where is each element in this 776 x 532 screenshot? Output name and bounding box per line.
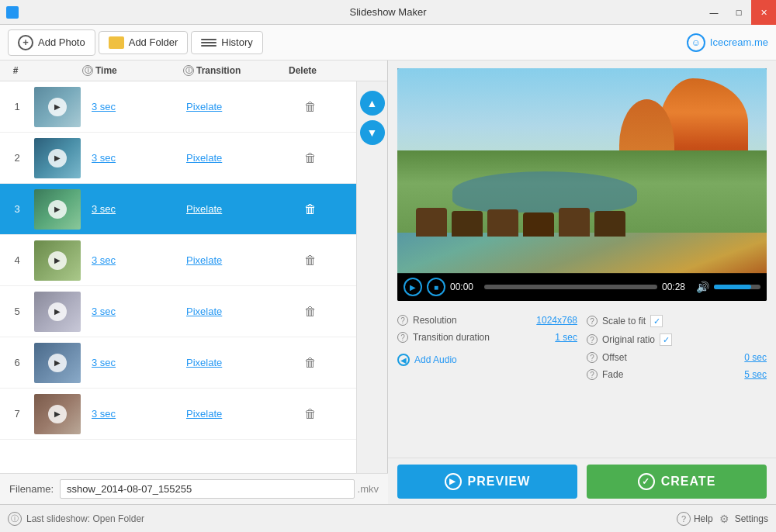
trans-info-icon: ⓘ <box>183 65 194 76</box>
slide-row[interactable]: 3 ▶ 3 sec Pixelate 🗑 <box>0 184 356 235</box>
slide-transition-link[interactable]: Pixelate <box>186 408 222 420</box>
resolution-value[interactable]: 1024x768 <box>536 315 577 326</box>
slide-time-link[interactable]: 3 sec <box>92 357 116 368</box>
slide-delete-button[interactable]: 🗑 <box>287 100 334 114</box>
slide-thumbnail-cell: ▶ <box>31 340 85 386</box>
maximize-button[interactable]: □ <box>726 0 751 25</box>
history-icon <box>201 36 217 49</box>
slide-delete-button[interactable]: 🗑 <box>287 305 334 319</box>
resolution-help[interactable]: ? <box>397 315 408 326</box>
slide-time-link[interactable]: 3 sec <box>92 152 116 164</box>
water-area <box>452 171 637 212</box>
bottom-bar: ⓘ Last slideshow: Open Folder ? Help ⚙ S… <box>0 504 776 532</box>
last-slideshow-text: Last slideshow: Open Folder <box>26 513 144 524</box>
filename-input[interactable] <box>60 479 354 499</box>
slide-delete-button[interactable]: 🗑 <box>287 356 334 370</box>
slide-row[interactable]: 7 ▶ 3 sec Pixelate 🗑 <box>0 389 356 440</box>
total-time: 00:28 <box>662 282 691 292</box>
slide-transition-link[interactable]: Pixelate <box>186 306 222 317</box>
stop-button[interactable]: ■ <box>427 278 445 296</box>
volume-icon[interactable]: 🔊 <box>696 281 709 293</box>
settings-icon: ⚙ <box>718 512 732 526</box>
slide-time-cell: 3 sec <box>85 306 186 317</box>
offset-value[interactable]: 0 sec <box>744 352 767 363</box>
scale-row: ? Scale to fit ✓ <box>587 315 767 327</box>
slide-transition-link[interactable]: Pixelate <box>186 101 222 112</box>
thumb-overlay: ▶ <box>34 189 81 230</box>
history-label: History <box>221 36 252 48</box>
history-button[interactable]: History <box>191 31 262 54</box>
slide-number: 2 <box>0 152 31 164</box>
transition-dur-value[interactable]: 1 sec <box>555 332 577 343</box>
slide-row[interactable]: 2 ▶ 3 sec Pixelate 🗑 <box>0 133 356 184</box>
preview-button[interactable]: ▶ PREVIEW <box>397 465 577 499</box>
slide-time-link[interactable]: 3 sec <box>92 254 116 266</box>
thumb-play-icon: ▶ <box>48 354 67 372</box>
thumb-play-icon: ▶ <box>48 251 67 270</box>
slide-time-link[interactable]: 3 sec <box>92 306 116 317</box>
slide-thumbnail-cell: ▶ <box>31 135 85 181</box>
slide-delete-button[interactable]: 🗑 <box>287 407 334 421</box>
fade-row: ? Fade 5 sec <box>587 369 767 380</box>
slide-number: 5 <box>0 306 31 317</box>
help-button[interactable]: ? Help <box>677 512 713 526</box>
fade-value[interactable]: 5 sec <box>744 369 767 380</box>
offset-row: ? Offset 0 sec <box>587 352 767 363</box>
slide-time-link[interactable]: 3 sec <box>92 101 116 112</box>
add-folder-button[interactable]: Add Folder <box>99 31 189 54</box>
play-button[interactable]: ▶ <box>404 278 422 296</box>
slide-time-cell: 3 sec <box>85 203 186 215</box>
preview-icon: ▶ <box>445 473 462 490</box>
slide-row[interactable]: 5 ▶ 3 sec Pixelate 🗑 <box>0 286 356 337</box>
chair-2 <box>452 211 483 237</box>
progress-bar[interactable] <box>484 285 657 289</box>
slide-list-area: 1 ▶ 3 sec Pixelate 🗑 2 ▶ <box>0 81 387 476</box>
slide-delete-button[interactable]: 🗑 <box>287 202 334 216</box>
add-photo-button[interactable]: + Add Photo <box>8 29 95 56</box>
slide-transition-cell: Pixelate <box>186 408 287 420</box>
slide-row[interactable]: 1 ▶ 3 sec Pixelate 🗑 <box>0 81 356 133</box>
help-icon: ? <box>677 512 691 526</box>
ratio-help[interactable]: ? <box>587 334 598 345</box>
minimize-button[interactable]: — <box>702 0 726 25</box>
ratio-row: ? Original ratio ✓ <box>587 333 767 346</box>
slide-transition-cell: Pixelate <box>186 306 287 317</box>
scale-label: Scale to fit <box>602 316 646 326</box>
slide-transition-link[interactable]: Pixelate <box>186 254 222 266</box>
slide-transition-link[interactable]: Pixelate <box>186 357 222 368</box>
thumb-overlay: ▶ <box>34 394 81 434</box>
slide-transition-link[interactable]: Pixelate <box>186 203 222 215</box>
transition-dur-help[interactable]: ? <box>397 332 408 343</box>
scale-help[interactable]: ? <box>587 316 598 326</box>
move-down-button[interactable]: ▼ <box>360 120 385 145</box>
window-title: Slideshow Maker <box>350 6 427 18</box>
chair-5 <box>559 208 590 237</box>
slide-time-cell: 3 sec <box>85 152 186 164</box>
slide-time-link[interactable]: 3 sec <box>92 203 116 215</box>
slide-delete-button[interactable]: 🗑 <box>287 151 334 165</box>
slide-thumbnail-cell: ▶ <box>31 186 85 233</box>
slide-thumbnail: ▶ <box>34 189 81 230</box>
slide-time-cell: 3 sec <box>85 408 186 420</box>
slide-delete-button[interactable]: 🗑 <box>287 254 334 268</box>
volume-bar[interactable] <box>714 285 760 289</box>
slide-transition-link[interactable]: Pixelate <box>186 152 222 164</box>
slide-row[interactable]: 6 ▶ 3 sec Pixelate 🗑 <box>0 337 356 389</box>
ratio-checkbox[interactable]: ✓ <box>660 333 672 346</box>
settings-button[interactable]: ⚙ Settings <box>718 512 768 526</box>
slide-row[interactable]: 4 ▶ 3 sec Pixelate 🗑 <box>0 235 356 286</box>
move-up-button[interactable]: ▲ <box>360 91 385 116</box>
offset-help[interactable]: ? <box>587 352 598 363</box>
slide-thumbnail: ▶ <box>34 343 81 383</box>
left-panel: # ⓘ Time ⓘ Transition Delete 1 ▶ <box>0 60 388 504</box>
slide-time-link[interactable]: 3 sec <box>92 408 116 420</box>
create-button[interactable]: ✓ CREATE <box>587 465 767 499</box>
icecream-link[interactable]: ☺ Icecream.me <box>687 33 768 52</box>
resolution-row: ? Resolution 1024x768 <box>397 315 577 326</box>
close-button[interactable]: ✕ <box>751 0 776 25</box>
add-audio-link[interactable]: ◀ Add Audio <box>397 354 457 366</box>
arrows-panel: ▲ ▼ <box>356 81 387 476</box>
fade-help[interactable]: ? <box>587 369 598 380</box>
thumb-play-icon: ▶ <box>48 302 67 321</box>
scale-checkbox[interactable]: ✓ <box>650 315 663 327</box>
